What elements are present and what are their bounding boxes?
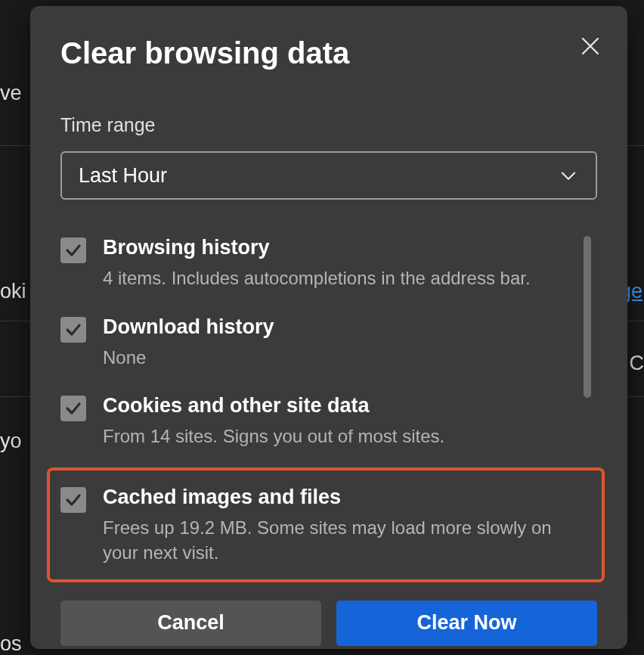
option-title: Cookies and other site data bbox=[103, 394, 588, 418]
options-list: Browsing history 4 items. Includes autoc… bbox=[60, 227, 588, 582]
time-range-select[interactable]: Last Hour bbox=[60, 151, 597, 200]
bg-text-fragment: oki bbox=[0, 280, 26, 303]
clear-browsing-data-dialog: Clear browsing data Time range Last Hour… bbox=[30, 6, 627, 649]
dialog-title: Clear browsing data bbox=[60, 36, 627, 70]
option-description: Frees up 19.2 MB. Some sites may load mo… bbox=[103, 515, 591, 566]
cancel-button[interactable]: Cancel bbox=[60, 601, 321, 646]
checkbox-cookies[interactable] bbox=[60, 396, 86, 421]
bg-text-fragment: yo bbox=[0, 430, 22, 453]
option-description: 4 items. Includes autocompletions in the… bbox=[103, 265, 588, 291]
option-cookies: Cookies and other site data From 14 site… bbox=[60, 385, 588, 464]
time-range-value: Last Hour bbox=[79, 164, 167, 188]
chevron-down-icon bbox=[558, 165, 579, 186]
close-button[interactable] bbox=[579, 35, 602, 57]
bg-text-fragment: C bbox=[630, 352, 645, 375]
option-title: Browsing history bbox=[103, 236, 588, 259]
option-download-history: Download history None bbox=[60, 306, 588, 386]
scrollbar-thumb[interactable] bbox=[584, 236, 591, 398]
option-title: Download history bbox=[103, 315, 588, 339]
checkbox-download-history[interactable] bbox=[60, 317, 86, 343]
checkmark-icon bbox=[64, 241, 82, 259]
checkbox-browsing-history[interactable] bbox=[60, 237, 86, 263]
checkmark-icon bbox=[64, 321, 82, 339]
checkmark-icon bbox=[64, 399, 82, 418]
option-text: Cached images and files Frees up 19.2 MB… bbox=[103, 486, 591, 566]
close-icon bbox=[579, 35, 602, 57]
option-description: None bbox=[103, 345, 588, 371]
time-range-label: Time range bbox=[60, 114, 627, 136]
option-text: Download history None bbox=[103, 315, 588, 371]
option-title: Cached images and files bbox=[103, 486, 591, 509]
option-cached-images: Cached images and files Frees up 19.2 MB… bbox=[60, 486, 591, 566]
clear-now-button[interactable]: Clear Now bbox=[336, 601, 597, 646]
option-text: Browsing history 4 items. Includes autoc… bbox=[103, 236, 588, 291]
option-browsing-history: Browsing history 4 items. Includes autoc… bbox=[60, 227, 588, 306]
highlighted-option: Cached images and files Frees up 19.2 MB… bbox=[47, 467, 605, 582]
checkbox-cached-images[interactable] bbox=[60, 487, 86, 513]
option-description: From 14 sites. Signs you out of most sit… bbox=[103, 424, 588, 449]
bg-text-fragment: ve bbox=[0, 82, 22, 105]
checkmark-icon bbox=[64, 491, 82, 509]
bg-text-fragment: os bbox=[0, 632, 22, 655]
dialog-buttons: Cancel Clear Now bbox=[60, 601, 597, 646]
option-text: Cookies and other site data From 14 site… bbox=[103, 394, 588, 449]
